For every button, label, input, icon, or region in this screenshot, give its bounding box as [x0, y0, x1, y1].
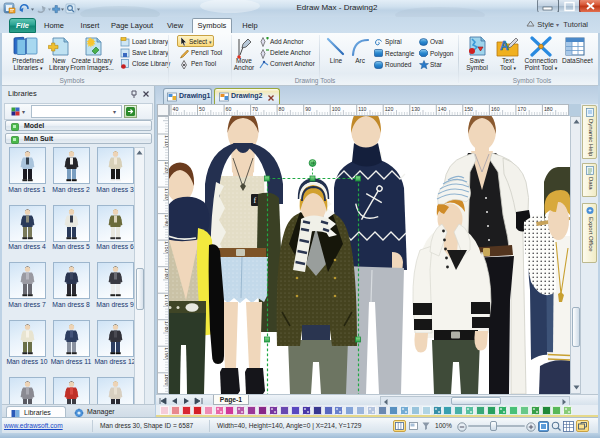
svg-text:1800: 1800: [164, 374, 168, 386]
svg-text:1790: 1790: [164, 347, 168, 359]
svg-text:1770: 1770: [164, 294, 168, 306]
svg-text:70: 70: [252, 106, 258, 112]
svg-text:40: 40: [173, 106, 179, 112]
svg-text:f: f: [254, 196, 257, 205]
svg-text:1740: 1740: [164, 215, 168, 227]
svg-text:1720: 1720: [164, 162, 168, 174]
svg-text:1710: 1710: [164, 135, 168, 147]
svg-text:170: 170: [517, 106, 526, 112]
svg-text:1780: 1780: [164, 321, 168, 333]
svg-text:100: 100: [332, 106, 341, 112]
svg-text:50: 50: [199, 106, 205, 112]
svg-text:60: 60: [226, 106, 232, 112]
svg-text:180: 180: [544, 106, 553, 112]
svg-text:140: 140: [438, 106, 447, 112]
svg-text:1750: 1750: [164, 241, 168, 253]
svg-text:150: 150: [464, 106, 473, 112]
svg-text:110: 110: [358, 106, 366, 112]
svg-text:80: 80: [279, 106, 285, 112]
svg-text:120: 120: [385, 106, 394, 112]
svg-text:1760: 1760: [164, 268, 168, 280]
svg-text:A: A: [500, 39, 509, 53]
svg-text:160: 160: [491, 106, 500, 112]
svg-text:90: 90: [305, 106, 311, 112]
svg-text:130: 130: [411, 106, 420, 112]
svg-text:1730: 1730: [164, 188, 168, 200]
